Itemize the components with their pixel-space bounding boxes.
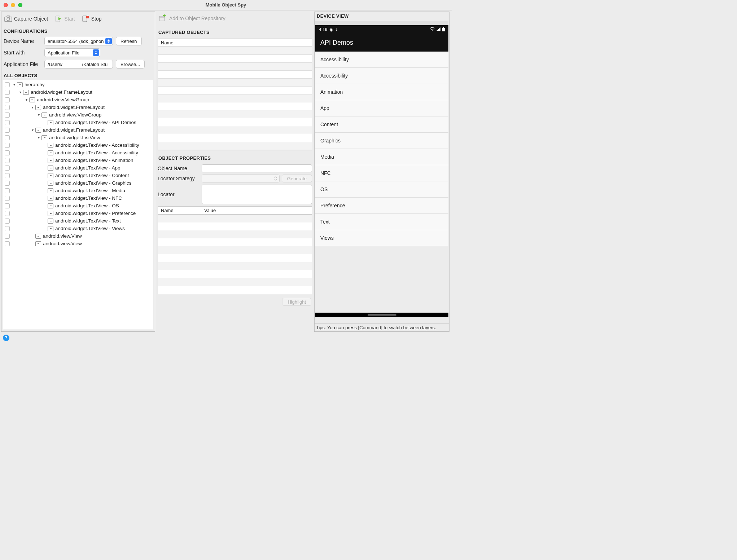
tree-checkbox[interactable] [5,105,10,110]
table-row[interactable] [158,87,312,94]
tree-toggle-icon[interactable] [36,136,41,140]
tree-toggle-icon[interactable] [12,83,16,87]
tree-checkbox[interactable] [5,181,10,186]
table-row[interactable] [158,55,312,63]
device-list-item[interactable]: Media [315,149,448,165]
device-list-item[interactable]: Graphics [315,133,448,149]
object-name-input[interactable] [202,164,312,172]
tree-row[interactable]: •••android.view.View [3,240,153,247]
help-button[interactable]: ? [3,335,9,341]
tree-row[interactable]: •••android.widget.TextView - Preference [3,210,153,217]
tree-row[interactable]: •••android.widget.TextView - Content [3,172,153,179]
tree-row[interactable]: •••android.widget.FrameLayout [3,126,153,134]
table-row[interactable] [158,215,312,222]
table-row[interactable] [158,270,312,278]
table-row[interactable] [158,246,312,254]
tree-checkbox[interactable] [5,188,10,193]
tree-toggle-icon[interactable] [36,113,41,117]
tree-toggle-icon[interactable] [24,98,28,102]
device-frame[interactable]: 4:19 ◉ ⇣ [315,25,448,317]
refresh-button[interactable]: Refresh [116,37,142,45]
device-list-item[interactable]: Preference [315,198,448,214]
start-button[interactable]: Start [54,15,75,23]
table-row[interactable] [158,230,312,238]
tree-row[interactable]: •••android.view.ViewGroup [3,96,153,103]
capture-object-button[interactable]: Capture Object [4,15,48,23]
tree-row[interactable]: •••android.widget.TextView - Access'ibil… [3,141,153,149]
table-row[interactable] [158,126,312,134]
table-row[interactable] [158,142,312,150]
tree-row[interactable]: •••android.widget.TextView - NFC [3,194,153,202]
tree-toggle-icon[interactable] [30,128,35,132]
tree-row[interactable]: •••android.widget.TextView - Text [3,217,153,225]
tree-checkbox[interactable] [5,226,10,231]
tree-checkbox[interactable] [5,196,10,201]
tree-checkbox[interactable] [5,128,10,133]
tree-row[interactable]: •••android.widget.FrameLayout [3,103,153,111]
locator-strategy-select[interactable] [202,175,280,182]
highlight-button[interactable]: Highlight [282,298,311,306]
tree-row[interactable]: •••android.widget.TextView - OS [3,202,153,210]
tree-row[interactable]: •••android.widget.TextView - API Demos [3,119,153,126]
object-tree[interactable]: •••hierarchy•••android.widget.FrameLayou… [3,80,153,330]
tree-toggle-icon[interactable] [18,90,22,94]
tree-row[interactable]: •••android.widget.TextView - Media [3,187,153,194]
device-list-item[interactable]: App [315,100,448,116]
device-list-item[interactable]: Content [315,116,448,133]
tree-toggle-icon[interactable] [30,105,35,110]
tree-row[interactable]: •••android.widget.TextView - Graphics [3,179,153,187]
table-row[interactable] [158,102,312,110]
tree-row[interactable]: •••android.view.ViewGroup [3,111,153,119]
tree-checkbox[interactable] [5,241,10,246]
tree-checkbox[interactable] [5,203,10,208]
device-list[interactable]: Access'ibilityAccessibilityAnimationAppC… [315,52,448,313]
tree-row[interactable]: •••android.widget.ListView [3,134,153,141]
table-row[interactable] [158,79,312,87]
tree-checkbox[interactable] [5,166,10,171]
properties-table[interactable]: Name Value [158,206,312,294]
tree-checkbox[interactable] [5,234,10,239]
tree-row[interactable]: •••android.widget.TextView - Accessibili… [3,149,153,156]
tree-row[interactable]: •••hierarchy [3,81,153,88]
device-list-item[interactable]: Text [315,214,448,230]
start-with-select[interactable]: Application File [44,48,100,57]
tree-row[interactable]: •••android.widget.TextView - Animation [3,156,153,164]
tree-checkbox[interactable] [5,113,10,118]
table-row[interactable] [158,71,312,79]
table-row[interactable] [158,118,312,126]
tree-checkbox[interactable] [5,219,10,224]
locator-textarea[interactable] [202,185,312,204]
table-row[interactable] [158,63,312,71]
tree-checkbox[interactable] [5,120,10,125]
table-row[interactable] [158,278,312,286]
device-list-item[interactable]: NFC [315,165,448,181]
device-scrollbar[interactable] [315,21,448,25]
table-row[interactable] [158,222,312,230]
table-row[interactable] [158,94,312,102]
tree-row[interactable]: •••android.view.View [3,232,153,240]
tree-row[interactable]: •••android.widget.TextView - App [3,164,153,172]
device-list-item[interactable]: OS [315,181,448,198]
browse-button[interactable]: Browse... [116,60,145,69]
tree-checkbox[interactable] [5,97,10,102]
tree-checkbox[interactable] [5,143,10,148]
tree-checkbox[interactable] [5,158,10,163]
table-row[interactable] [158,47,312,55]
tree-row[interactable]: •••android.widget.TextView - Views [3,225,153,232]
table-row[interactable] [158,286,312,294]
table-row[interactable] [158,134,312,142]
table-row[interactable] [158,110,312,118]
stop-button[interactable]: Stop [82,15,102,23]
tree-checkbox[interactable] [5,150,10,155]
table-row[interactable] [158,238,312,246]
tree-checkbox[interactable] [5,82,10,87]
device-list-item[interactable]: Access'ibility [315,52,448,68]
captured-objects-table[interactable]: Name [158,39,312,150]
tree-checkbox[interactable] [5,211,10,216]
device-list-item[interactable]: Animation [315,84,448,100]
device-list-item[interactable]: Accessibility [315,68,448,84]
device-list-item[interactable]: Views [315,230,448,246]
table-row[interactable] [158,254,312,262]
tree-row[interactable]: •••android.widget.FrameLayout [3,88,153,96]
generate-button[interactable]: Generate [282,175,312,182]
